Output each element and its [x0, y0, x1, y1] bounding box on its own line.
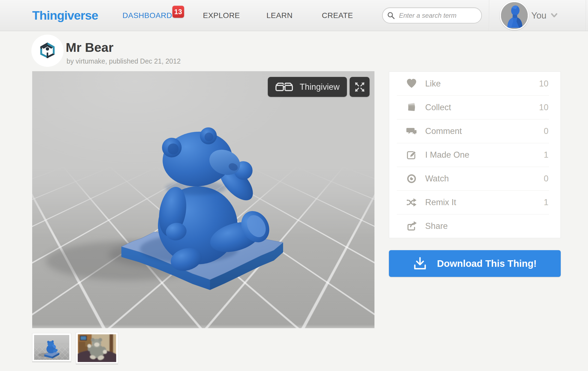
user-menu-label: You: [531, 10, 547, 21]
action-panel: Like 10 Collect 10 Comment 0: [389, 71, 561, 238]
action-row-collect[interactable]: Collect 10: [389, 95, 560, 119]
action-count: 10: [539, 79, 548, 89]
user-bust-image: [501, 2, 528, 29]
viewer-floor-sheen: [32, 324, 374, 328]
expand-arrows-icon: [354, 81, 365, 93]
action-label: Comment: [425, 126, 544, 136]
creator-avatar[interactable]: [33, 36, 62, 65]
thing-byline: by virtumake, published Dec 21, 2012: [67, 57, 181, 65]
action-row-made-one[interactable]: I Made One 1: [389, 143, 560, 167]
action-count: 0: [544, 126, 548, 136]
action-label: Collect: [425, 103, 539, 112]
nav-create-label: CREATE: [322, 11, 353, 20]
remix-icon: [406, 197, 417, 208]
search-box[interactable]: [382, 7, 482, 23]
navbar-divider-right: [586, 0, 586, 31]
action-row-watch[interactable]: Watch 0: [389, 167, 560, 190]
thingiview-label: Thingiview: [300, 82, 340, 92]
download-label: Download This Thing!: [437, 258, 537, 269]
action-label: Share: [425, 221, 548, 231]
nav-item-dashboard[interactable]: DASHBOARD 13: [122, 0, 172, 31]
search-icon: [387, 11, 395, 20]
action-count: 1: [544, 150, 548, 160]
action-row-like[interactable]: Like 10: [389, 72, 560, 95]
page-title: Mr Bear: [66, 40, 113, 55]
thumbnail-render-image: [34, 335, 69, 360]
fullscreen-button[interactable]: [350, 77, 370, 97]
thumbnail-photo[interactable]: [76, 332, 118, 364]
notification-badge[interactable]: 13: [172, 6, 184, 18]
thumbnail-photo-image: [78, 334, 116, 362]
action-row-comment[interactable]: Comment 0: [389, 119, 560, 143]
action-count: 10: [539, 103, 548, 112]
nav-dashboard-label: DASHBOARD: [122, 11, 172, 20]
heart-icon: [406, 78, 417, 89]
thingiverse-page: Thingiverse DASHBOARD 13 EXPLORE LEARN C…: [0, 0, 588, 371]
thingiverse-logo[interactable]: Thingiverse: [32, 0, 98, 31]
nav-item-explore[interactable]: EXPLORE: [203, 0, 240, 31]
watch-icon: [406, 173, 417, 184]
download-icon: [413, 257, 427, 270]
share-icon: [406, 221, 417, 232]
nav-learn-label: LEARN: [266, 11, 293, 20]
chevron-down-icon: [551, 13, 557, 18]
user-menu[interactable]: You: [531, 0, 557, 31]
navbar-divider: [489, 0, 489, 31]
user-avatar[interactable]: [500, 1, 529, 30]
made-one-icon: [406, 149, 417, 160]
thingiview-button[interactable]: Thingiview: [268, 77, 347, 97]
action-count: 1: [544, 198, 548, 207]
action-row-remix[interactable]: Remix It 1: [389, 190, 560, 214]
virtumake-logo-icon: [36, 40, 59, 62]
3d-glasses-icon: [275, 82, 293, 92]
action-label: I Made One: [425, 150, 544, 160]
action-row-share[interactable]: Share: [389, 214, 560, 238]
thumbnail-render[interactable]: [32, 333, 71, 362]
action-label: Watch: [425, 174, 544, 184]
nav-explore-label: EXPLORE: [203, 11, 240, 20]
model-viewer[interactable]: Thingiview: [32, 71, 374, 328]
top-navbar: Thingiverse DASHBOARD 13 EXPLORE LEARN C…: [0, 0, 588, 31]
nav-item-learn[interactable]: LEARN: [266, 0, 293, 31]
nav-item-create[interactable]: CREATE: [322, 0, 353, 31]
comment-icon: [406, 126, 417, 137]
collect-icon: [406, 102, 417, 113]
action-label: Remix It: [425, 198, 544, 207]
bear-model-render: [32, 71, 374, 328]
search-input[interactable]: [398, 11, 477, 20]
action-label: Like: [425, 79, 539, 89]
action-count: 0: [544, 174, 548, 184]
download-button[interactable]: Download This Thing!: [389, 250, 561, 277]
